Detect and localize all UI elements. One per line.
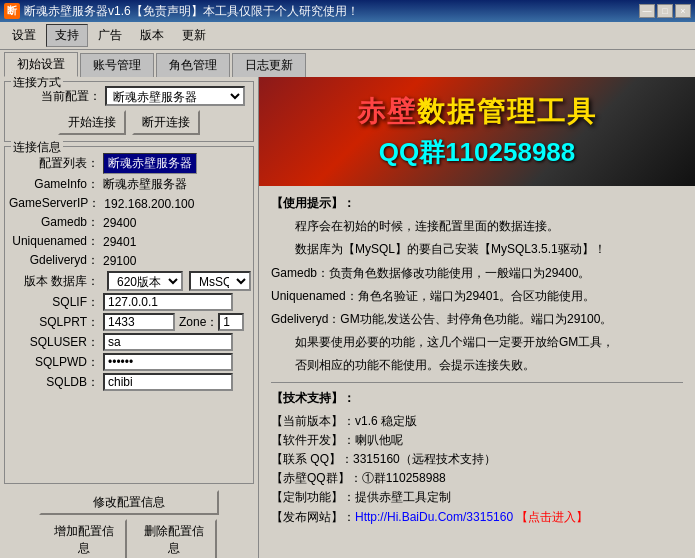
maximize-button[interactable]: □ [657, 4, 673, 18]
tips-line-5: 如果要使用必要的功能，这几个端口一定要开放给GM工具， [271, 333, 683, 352]
tips-line-0: 程序会在初始的时候，连接配置里面的数据连接。 [271, 217, 683, 236]
config-list-row: 配置列表： 断魂赤壁服务器 [9, 153, 249, 174]
menu-update[interactable]: 更新 [174, 25, 214, 46]
minimize-button[interactable]: — [639, 4, 655, 18]
support-value-5: Http://Hi.BaiDu.Com/3315160 【点击进入】 [355, 508, 588, 527]
connect-section: 连接方式 当前配置： 断魂赤壁服务器 开始连接 断开连接 [4, 81, 254, 142]
support-row-4: 【定制功能】： 提供赤壁工具定制 [271, 488, 683, 507]
bottom-buttons: 修改配置信息 增加配置信息 删除配置信息 [4, 488, 254, 558]
sqldb-input[interactable] [103, 373, 233, 391]
config-list-label: 配置列表： [9, 155, 99, 172]
gameserverip-label: GameServerIP： [9, 195, 100, 212]
zone-input[interactable] [218, 313, 244, 331]
support-rows: 【当前版本】： v1.6 稳定版 【软件开发】： 喇叭他呢 【联系 QQ】： 3… [271, 412, 683, 527]
tips-line-6: 否则相应的功能不能使用。会提示连接失败。 [271, 356, 683, 375]
menu-bar: 设置 支持 广告 版本 更新 [0, 22, 695, 50]
tips-line-1: 数据库为【MySQL】的要自己安装【MySQL3.5.1驱动】！ [271, 240, 683, 259]
gameinfo-value: 断魂赤壁服务器 [103, 176, 187, 193]
divider [271, 382, 683, 383]
sqlpwd-label: SQLPWD： [9, 354, 99, 371]
gameinfo-label: GameInfo： [9, 176, 99, 193]
sqluser-input[interactable] [103, 333, 233, 351]
connect-button[interactable]: 开始连接 [58, 110, 126, 135]
sqldb-row: SQLDB： [9, 373, 249, 391]
website-label: Http://Hi.BaiDu.Com/3315160 [355, 510, 513, 524]
menu-ads[interactable]: 广告 [90, 25, 130, 46]
menu-support[interactable]: 支持 [46, 24, 88, 47]
main-content: 连接方式 当前配置： 断魂赤壁服务器 开始连接 断开连接 连接信息 配置列表： … [0, 77, 695, 558]
delete-config-button[interactable]: 删除配置信息 [131, 519, 217, 558]
sqlprt-row: SQLPRT： Zone： [9, 313, 249, 331]
support-value-4: 提供赤壁工具定制 [355, 488, 451, 507]
add-delete-row: 增加配置信息 删除配置信息 [4, 519, 254, 558]
sqlpwd-row: SQLPWD： [9, 353, 249, 371]
banner-title-red: 赤壁 [357, 96, 417, 127]
db-type-select[interactable]: MsSQL库 [189, 271, 251, 291]
gdeliveryd-label: Gdeliveryd： [9, 252, 99, 269]
support-row-2: 【联系 QQ】： 3315160（远程技术支持） [271, 450, 683, 469]
zone-label: Zone： [179, 314, 218, 331]
sqluser-row: SQLUSER： [9, 333, 249, 351]
gameserverip-row: GameServerIP： 192.168.200.100 [9, 195, 249, 212]
sqldb-label: SQLDB： [9, 374, 99, 391]
sqlif-row: SQLIF： [9, 293, 249, 311]
tab-account-management[interactable]: 账号管理 [80, 53, 154, 77]
gamedb-row: Gamedb： 29400 [9, 214, 249, 231]
website-link[interactable]: 【点击进入】 [516, 510, 588, 524]
right-panel: 赤壁数据管理工具 QQ群110258988 【使用提示】： 程序会在初始的时候，… [258, 77, 695, 558]
current-config-select[interactable]: 断魂赤壁服务器 [105, 86, 245, 106]
sqlprt-input[interactable] [103, 313, 175, 331]
sqlpwd-input[interactable] [103, 353, 233, 371]
sqlif-input[interactable] [103, 293, 233, 311]
support-label-0: 【当前版本】： [271, 412, 355, 431]
banner: 赤壁数据管理工具 QQ群110258988 [259, 77, 695, 186]
tips-header: 【使用提示】： [271, 194, 683, 213]
info-section: 连接信息 配置列表： 断魂赤壁服务器 GameInfo： 断魂赤壁服务器 Gam… [4, 146, 254, 484]
sqlprt-label: SQLPRT： [9, 314, 99, 331]
support-label-4: 【定制功能】： [271, 488, 355, 507]
modify-config-button[interactable]: 修改配置信息 [39, 490, 219, 515]
gdeliveryd-row: Gdeliveryd： 29100 [9, 252, 249, 269]
title-bar: 断 断魂赤壁服务器v1.6【免责声明】本工具仅限于个人研究使用！ — □ × [0, 0, 695, 22]
tab-log-update[interactable]: 日志更新 [232, 53, 306, 77]
tips-line-2: Gamedb：负责角色数据修改功能使用，一般端口为29400。 [271, 264, 683, 283]
title-bar-buttons: — □ × [639, 4, 691, 18]
title-bar-text: 断 断魂赤壁服务器v1.6【免责声明】本工具仅限于个人研究使用！ [4, 3, 359, 20]
gamedb-label: Gamedb： [9, 214, 99, 231]
support-row-3: 【赤壁QQ群】： ①群110258988 [271, 469, 683, 488]
support-label-2: 【联系 QQ】： [271, 450, 353, 469]
banner-qq: QQ群110258988 [269, 135, 685, 170]
disconnect-button[interactable]: 断开连接 [132, 110, 200, 135]
version-select[interactable]: 620版本 [107, 271, 183, 291]
connect-buttons: 开始连接 断开连接 [11, 110, 247, 135]
sqlif-label: SQLIF： [9, 294, 99, 311]
tips-line-3: Uniquenamed：角色名验证，端口为29401。合区功能使用。 [271, 287, 683, 306]
support-header: 【技术支持】： [271, 389, 683, 408]
title-bar-title: 断魂赤壁服务器v1.6【免责声明】本工具仅限于个人研究使用！ [24, 3, 359, 20]
close-button[interactable]: × [675, 4, 691, 18]
uniquenamed-label: Uniquenamed： [9, 233, 99, 250]
support-row-5: 【发布网站】： Http://Hi.BaiDu.Com/3315160 【点击进… [271, 508, 683, 527]
tips-line-4: Gdeliveryd：GM功能,发送公告、封停角色功能。端口为29100。 [271, 310, 683, 329]
support-row-0: 【当前版本】： v1.6 稳定版 [271, 412, 683, 431]
support-label-1: 【软件开发】： [271, 431, 355, 450]
gameinfo-row: GameInfo： 断魂赤壁服务器 [9, 176, 249, 193]
banner-title: 赤壁数据管理工具 [269, 93, 685, 131]
info-section-label: 连接信息 [11, 139, 63, 156]
menu-version[interactable]: 版本 [132, 25, 172, 46]
tab-role-management[interactable]: 角色管理 [156, 53, 230, 77]
gameserverip-value: 192.168.200.100 [104, 197, 194, 211]
left-panel: 连接方式 当前配置： 断魂赤壁服务器 开始连接 断开连接 连接信息 配置列表： … [0, 77, 258, 558]
menu-settings[interactable]: 设置 [4, 25, 44, 46]
version-label: 版本 数据库： [9, 273, 99, 290]
gdeliveryd-value: 29100 [103, 254, 136, 268]
config-list-value: 断魂赤壁服务器 [103, 153, 197, 174]
support-value-2: 3315160（远程技术支持） [353, 450, 496, 469]
support-value-3: ①群110258988 [362, 469, 446, 488]
support-value-1: 喇叭他呢 [355, 431, 403, 450]
support-label-5: 【发布网站】： [271, 508, 355, 527]
tab-initial-settings[interactable]: 初始设置 [4, 52, 78, 77]
support-row-1: 【软件开发】： 喇叭他呢 [271, 431, 683, 450]
tips-area: 【使用提示】： 程序会在初始的时候，连接配置里面的数据连接。 数据库为【MySQ… [259, 186, 695, 558]
add-config-button[interactable]: 增加配置信息 [41, 519, 127, 558]
